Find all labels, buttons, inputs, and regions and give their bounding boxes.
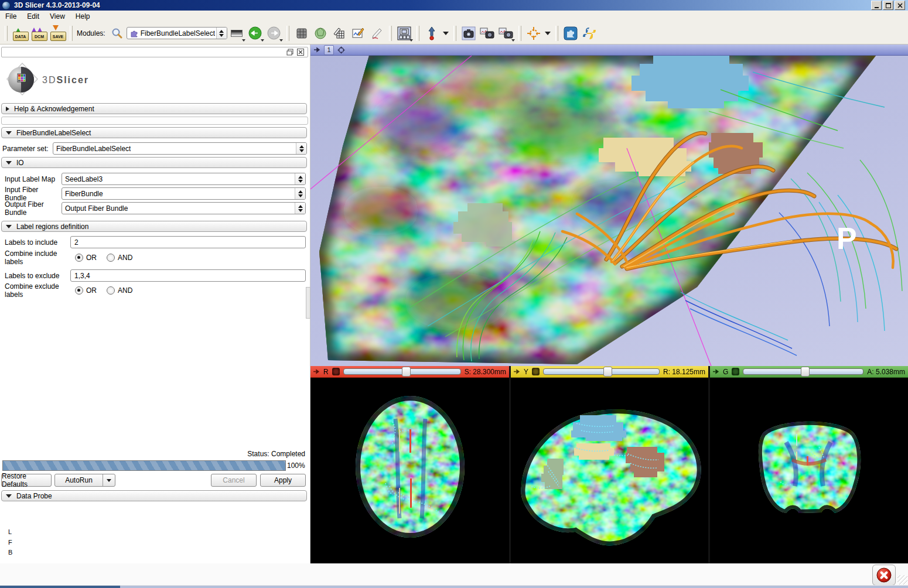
- data-probe-section[interactable]: Data Probe: [1, 490, 307, 501]
- module-history-button[interactable]: [228, 24, 245, 43]
- red-slice-bar[interactable]: R S: 28.300mm: [310, 366, 509, 378]
- red-slice-viewport[interactable]: [310, 378, 509, 563]
- status-bar: [0, 563, 908, 585]
- panel-close-icon[interactable]: [297, 49, 304, 56]
- puzzle-icon: [130, 29, 138, 37]
- red-slider-handle[interactable]: [402, 367, 411, 377]
- crosshair-button[interactable]: [525, 24, 542, 43]
- yellow-slider-handle[interactable]: [603, 367, 612, 377]
- autorun-dropdown[interactable]: [103, 474, 115, 486]
- toolbar-grip[interactable]: [5, 26, 8, 41]
- pin-icon: [313, 47, 320, 53]
- label-regions-section[interactable]: Label regions definition: [1, 221, 307, 232]
- close-icon: [897, 3, 903, 8]
- green-slider-handle[interactable]: [801, 367, 810, 377]
- yellow-slice-menu-icon[interactable]: [532, 368, 540, 375]
- module-forward-button[interactable]: [265, 24, 283, 43]
- probe-axis-l: L: [8, 528, 12, 535]
- pin-icon[interactable]: [514, 369, 520, 374]
- scene-restore-icon: [499, 27, 514, 40]
- menu-edit[interactable]: Edit: [22, 11, 45, 22]
- include-or-radio[interactable]: [75, 254, 83, 262]
- transforms-button[interactable]: [330, 24, 348, 43]
- view3d-tab[interactable]: 1: [324, 45, 334, 55]
- error-icon: [876, 568, 892, 583]
- panel-title-frame: [1, 47, 308, 57]
- scene-restore-button[interactable]: [497, 24, 515, 43]
- input-fiber-bundle-combo[interactable]: FiberBundle: [62, 187, 306, 200]
- extensions-button[interactable]: [562, 24, 579, 43]
- slice-views: R S: 28.300mm: [310, 366, 908, 563]
- pin-icon[interactable]: [313, 369, 320, 374]
- exclude-and-radio[interactable]: [107, 286, 115, 295]
- maximize-button[interactable]: [883, 1, 893, 10]
- green-slice-bar[interactable]: G A: 5.038mm: [710, 366, 908, 378]
- apply-button[interactable]: Apply: [260, 474, 306, 487]
- layout-selector-button[interactable]: [395, 24, 413, 43]
- progress-bar: [2, 460, 286, 471]
- models-button[interactable]: [312, 24, 329, 43]
- menu-help[interactable]: Help: [70, 11, 95, 22]
- red-slice-menu-icon[interactable]: [332, 368, 340, 375]
- help-acknowledgement-section[interactable]: Help & Acknowledgement: [1, 103, 307, 114]
- minimize-button[interactable]: [871, 1, 882, 10]
- output-fiber-bundle-combo[interactable]: Output Fiber Bundle: [62, 202, 306, 214]
- screenshot-button[interactable]: [460, 24, 477, 43]
- load-data-button[interactable]: DATA: [11, 24, 29, 43]
- yellow-slice-slider[interactable]: [543, 368, 660, 375]
- scene-view-button[interactable]: [479, 24, 496, 43]
- extensions-icon: [564, 26, 578, 40]
- charts-button[interactable]: [349, 24, 367, 43]
- undock-icon[interactable]: [286, 49, 293, 56]
- restore-defaults-button[interactable]: Restore Defaults: [1, 474, 52, 487]
- mouse-mode-button[interactable]: [423, 24, 441, 43]
- close-button[interactable]: [895, 1, 905, 10]
- module-back-button[interactable]: [247, 24, 264, 43]
- load-dicom-button[interactable]: DCM: [30, 24, 47, 43]
- parameter-set-combo[interactable]: FiberBundleLabelSelect: [53, 142, 307, 155]
- crosshair-dropdown[interactable]: [544, 24, 552, 43]
- input-fiber-bundle-row: Input Fiber Bundle FiberBundle: [5, 187, 306, 200]
- cube-icon: [295, 27, 308, 40]
- module-spinner[interactable]: [216, 28, 227, 39]
- green-slice-viewport[interactable]: [710, 378, 908, 563]
- io-section[interactable]: IO: [1, 157, 307, 168]
- view3d-scene: P: [310, 56, 908, 366]
- red-slice-slider[interactable]: [343, 368, 461, 375]
- slicer-logo-text: 3DSlicer: [42, 75, 89, 86]
- green-slice-slider[interactable]: [743, 368, 863, 375]
- menu-view[interactable]: View: [45, 11, 70, 22]
- input-label-map-combo[interactable]: SeedLabel3: [62, 173, 306, 185]
- error-log-button[interactable]: [872, 565, 896, 586]
- labels-include-input[interactable]: [70, 236, 306, 248]
- view3d-viewport[interactable]: P: [310, 56, 908, 366]
- annotations-button[interactable]: [368, 24, 385, 43]
- module-selector-combo[interactable]: FiberBundleLabelSelect: [127, 27, 227, 39]
- volume-rendering-button[interactable]: [293, 24, 310, 43]
- exclude-or-radio[interactable]: [75, 286, 83, 295]
- view3d-controls-bar[interactable]: 1: [310, 45, 908, 56]
- view3d-options-icon[interactable]: [337, 46, 345, 54]
- include-and-radio[interactable]: [107, 254, 115, 262]
- green-slice-menu-icon[interactable]: [732, 368, 739, 375]
- menu-file[interactable]: File: [0, 11, 22, 22]
- labels-exclude-input[interactable]: [70, 269, 306, 282]
- title-bar[interactable]: 3D Slicer 4.3.0-2013-09-04: [0, 0, 908, 11]
- yellow-slice-bar[interactable]: Y R: 18.125mm: [511, 366, 708, 378]
- labels-exclude-row: Labels to exclude: [5, 269, 306, 282]
- module-search-button[interactable]: [108, 24, 126, 43]
- red-slice-pane: R S: 28.300mm: [310, 366, 509, 563]
- yellow-slice-viewport[interactable]: [511, 378, 708, 563]
- yellow-slice-pane: Y R: 18.125mm: [511, 366, 708, 563]
- autorun-button[interactable]: AutoRun: [54, 474, 115, 487]
- module-title-section[interactable]: FiberBundleLabelSelect: [1, 127, 307, 138]
- history-icon: [231, 30, 243, 37]
- python-console-button[interactable]: [581, 24, 598, 43]
- menu-bar: File Edit View Help: [0, 11, 908, 22]
- pin-icon[interactable]: [713, 369, 719, 374]
- panel-scrollbar[interactable]: [306, 287, 310, 319]
- cancel-button[interactable]: Cancel: [211, 474, 257, 487]
- mouse-mode-dropdown[interactable]: [442, 24, 450, 43]
- save-button[interactable]: SAVE: [49, 24, 66, 43]
- size-grip[interactable]: [897, 575, 907, 584]
